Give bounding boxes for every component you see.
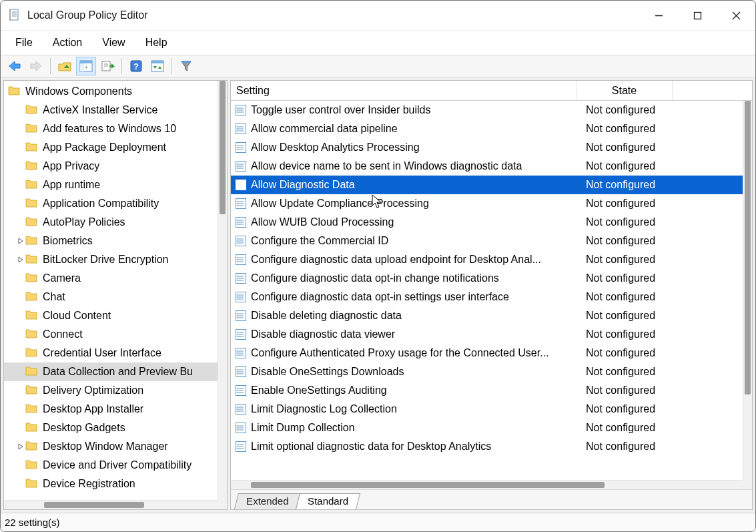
tab-strip: Extended Standard <box>231 489 752 509</box>
svg-point-7 <box>9 15 10 16</box>
menu-view[interactable]: View <box>93 35 134 50</box>
tree-vscrollbar[interactable] <box>218 81 227 509</box>
tree-button[interactable] <box>76 57 96 75</box>
tree-item[interactable]: AutoPlay Policies <box>4 213 227 232</box>
tree-item[interactable]: Application Compatibility <box>4 194 227 213</box>
tree-item[interactable]: Biometrics <box>4 232 227 250</box>
close-button[interactable] <box>717 1 755 30</box>
cell-setting: Allow device name to be sent in Windows … <box>231 160 577 172</box>
tree-item[interactable]: Delivery Optimization <box>4 381 227 400</box>
tree-item[interactable]: Data Collection and Preview Bu <box>4 362 227 381</box>
list-row[interactable]: Configure diagnostic data upload endpoin… <box>231 250 752 269</box>
cell-state: Not configured <box>577 403 717 415</box>
svg-rect-10 <box>694 12 701 19</box>
refresh-view-button[interactable] <box>147 57 167 75</box>
folder-icon <box>25 441 39 453</box>
list-row[interactable]: Allow device name to be sent in Windows … <box>231 157 752 176</box>
list-row[interactable]: Allow Update Compliance Processing Not c… <box>231 194 752 213</box>
tree-item[interactable]: Device and Driver Compatibility <box>4 456 227 475</box>
menu-help[interactable]: Help <box>136 35 177 50</box>
tab-extended[interactable]: Extended <box>234 493 300 509</box>
list-row[interactable]: Limit Dump Collection Not configured <box>231 419 752 437</box>
back-button[interactable] <box>5 57 25 75</box>
maximize-button[interactable] <box>678 1 717 30</box>
list-row[interactable]: Disable deleting diagnostic data Not con… <box>231 306 752 325</box>
list-rows[interactable]: Toggle user control over Insider builds … <box>231 101 752 456</box>
tree-item[interactable]: Add features to Windows 10 <box>4 119 227 138</box>
tree-item[interactable]: App Privacy <box>4 157 227 176</box>
list-hscrollbar[interactable] <box>231 480 743 489</box>
cell-state: Not configured <box>577 235 717 247</box>
svg-point-91 <box>237 276 238 277</box>
list-row[interactable]: Limit Diagnostic Log Collection Not conf… <box>231 400 752 419</box>
tree-item[interactable]: Chat <box>4 288 227 306</box>
policy-icon <box>235 123 247 135</box>
policy-icon <box>235 254 247 266</box>
list-row[interactable]: Limit optional diagnostic data for Deskt… <box>231 437 752 456</box>
cell-state: Not configured <box>577 160 717 172</box>
expand-icon[interactable] <box>16 256 25 263</box>
cell-setting: Configure the Commercial ID <box>231 235 577 247</box>
list-row[interactable]: Configure Authenticated Proxy usage for … <box>231 344 752 362</box>
tree-item[interactable]: Cloud Content <box>4 306 227 325</box>
svg-point-49 <box>237 164 238 165</box>
list-vscrollbar[interactable] <box>743 101 752 489</box>
svg-point-58 <box>237 186 238 188</box>
setting-name: Allow Diagnostic Data <box>251 179 355 191</box>
tree-item[interactable]: App Package Deployment <box>4 138 227 157</box>
tree-item[interactable]: App runtime <box>4 176 227 194</box>
tree-item[interactable]: Credential User Interface <box>4 344 227 362</box>
list-row[interactable]: Enable OneSettings Auditing Not configur… <box>231 381 752 400</box>
cell-setting: Limit Diagnostic Log Collection <box>231 403 577 415</box>
list-row[interactable]: Configure diagnostic data opt-in change … <box>231 269 752 288</box>
tree-item[interactable]: Camera <box>4 269 227 288</box>
column-setting[interactable]: Setting <box>231 81 577 100</box>
tree-item-label: Add features to Windows 10 <box>43 123 176 135</box>
setting-name: Enable OneSettings Auditing <box>251 384 387 396</box>
forward-button[interactable] <box>26 57 46 75</box>
list-row[interactable]: Toggle user control over Insider builds … <box>231 101 752 119</box>
minimize-button[interactable] <box>639 1 678 30</box>
tree-item[interactable]: Connect <box>4 325 227 344</box>
svg-point-8 <box>9 18 10 19</box>
tree-item[interactable]: Desktop Gadgets <box>4 419 227 437</box>
svg-text:?: ? <box>133 61 139 71</box>
svg-point-126 <box>237 369 238 370</box>
tab-standard[interactable]: Standard <box>296 493 360 509</box>
list-row[interactable]: Disable diagnostic data viewer Not confi… <box>231 325 752 344</box>
expand-icon[interactable] <box>16 238 25 244</box>
svg-point-99 <box>237 296 238 298</box>
menu-action[interactable]: Action <box>43 35 91 50</box>
help-button[interactable]: ? <box>126 57 146 75</box>
menu-file[interactable]: File <box>6 35 42 50</box>
list-row[interactable]: Allow Diagnostic Data Not configured <box>231 176 752 194</box>
tree-item[interactable]: Desktop App Installer <box>4 400 227 419</box>
tree-item-label: Delivery Optimization <box>43 384 143 396</box>
policy-icon <box>235 347 247 359</box>
setting-name: Configure the Commercial ID <box>251 235 388 247</box>
tree-item[interactable]: Desktop Window Manager <box>4 437 227 456</box>
svg-point-44 <box>237 149 238 150</box>
export-button[interactable] <box>97 57 117 75</box>
cell-state: Not configured <box>577 142 717 154</box>
expand-icon[interactable] <box>16 443 25 450</box>
list-row[interactable]: Disable OneSettings Downloads Not config… <box>231 362 752 381</box>
tree-item-label: Camera <box>43 272 81 284</box>
list-row[interactable]: Allow Desktop Analytics Processing Not c… <box>231 138 752 157</box>
tree-view[interactable]: Windows Components ActiveX Installer Ser… <box>4 81 227 509</box>
filter-button[interactable] <box>176 57 196 75</box>
up-button[interactable] <box>55 57 75 75</box>
tree-item[interactable]: Device Registration <box>4 475 227 493</box>
list-row[interactable]: Allow commercial data pipeline Not confi… <box>231 119 752 138</box>
tree-item[interactable]: ActiveX Installer Service <box>4 101 227 119</box>
tree-item[interactable]: Windows Components <box>4 82 227 101</box>
list-row[interactable]: Configure the Commercial ID Not configur… <box>231 232 752 250</box>
svg-rect-22 <box>151 61 163 63</box>
tree-item[interactable]: BitLocker Drive Encryption <box>4 250 227 269</box>
list-row[interactable]: Configure diagnostic data opt-in setting… <box>231 288 752 306</box>
list-row[interactable]: Allow WUfB Cloud Processing Not configur… <box>231 213 752 232</box>
tree-hscrollbar[interactable] <box>4 500 218 509</box>
setting-name: Limit optional diagnostic data for Deskt… <box>251 441 491 453</box>
tree-item-label: Desktop Gadgets <box>43 422 125 434</box>
column-state[interactable]: State <box>577 81 673 100</box>
